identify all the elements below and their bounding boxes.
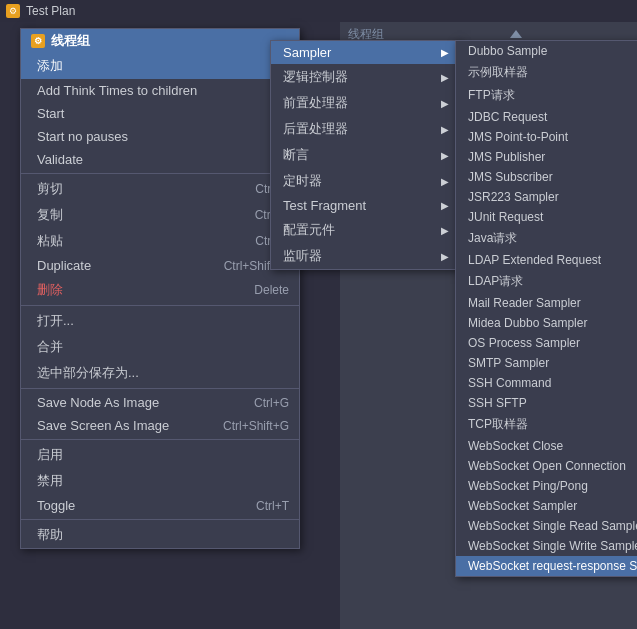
menu3-websocket-req-resp[interactable]: WebSocket request-response Sampler [456, 556, 637, 576]
menu-item-add[interactable]: 添加 ▶ [21, 53, 299, 79]
menu3-tcp-sampler[interactable]: TCP取样器 [456, 413, 637, 436]
menu-item-validate[interactable]: Validate [21, 148, 299, 171]
menu3-jms-subscriber[interactable]: JMS Subscriber [456, 167, 637, 187]
label: 禁用 [37, 472, 63, 490]
menu3-jms-p2p[interactable]: JMS Point-to-Point [456, 127, 637, 147]
context-menu-2: Sampler ▶ 逻辑控制器 ▶ 前置处理器 ▶ 后置处理器 ▶ 断言 ▶ 定… [270, 40, 460, 270]
menu3-dubbo-sample[interactable]: Dubbo Sample [456, 41, 637, 61]
label: Java请求 [468, 230, 517, 247]
menu3-example-sampler[interactable]: 示例取样器 [456, 61, 637, 84]
label: WebSocket Single Write Sampler [468, 539, 637, 553]
label: Dubbo Sample [468, 44, 547, 58]
context-menu-1: ⚙ 线程组 添加 ▶ Add Think Times to children S… [20, 28, 300, 549]
menu3-ftp-request[interactable]: FTP请求 [456, 84, 637, 107]
label: WebSocket Sampler [468, 499, 577, 513]
divider-3 [21, 388, 299, 389]
menu3-ssh-sftp[interactable]: SSH SFTP [456, 393, 637, 413]
menu-item-copy[interactable]: 复制 Ctrl+C [21, 202, 299, 228]
menu2-pre-processor[interactable]: 前置处理器 ▶ [271, 90, 459, 116]
menu-item-cut[interactable]: 剪切 Ctrl+X [21, 176, 299, 202]
label: LDAP Extended Request [468, 253, 601, 267]
menu-item-save-screen-image[interactable]: Save Screen As Image Ctrl+Shift+G [21, 414, 299, 437]
menu3-websocket-single-write[interactable]: WebSocket Single Write Sampler [456, 536, 637, 556]
label: 监听器 [283, 247, 322, 265]
menu-item-start-no-pauses[interactable]: Start no pauses [21, 125, 299, 148]
label: Start [37, 106, 64, 121]
label: WebSocket Single Read Sampler [468, 519, 637, 533]
divider-2 [21, 305, 299, 306]
menu-item-add-think[interactable]: Add Think Times to children [21, 79, 299, 102]
menu3-os-process[interactable]: OS Process Sampler [456, 333, 637, 353]
label: Midea Dubbo Sampler [468, 316, 587, 330]
menu3-smtp-sampler[interactable]: SMTP Sampler [456, 353, 637, 373]
menu-item-disable[interactable]: 禁用 [21, 468, 299, 494]
menu3-websocket-open[interactable]: WebSocket Open Connection [456, 456, 637, 476]
label: TCP取样器 [468, 416, 528, 433]
menu3-websocket-sampler[interactable]: WebSocket Sampler [456, 496, 637, 516]
arrow: ▶ [441, 47, 449, 58]
menu2-sampler[interactable]: Sampler ▶ [271, 41, 459, 64]
menu-item-help[interactable]: 帮助 [21, 522, 299, 548]
menu2-timer[interactable]: 定时器 ▶ [271, 168, 459, 194]
shortcut: Ctrl+Shift+G [223, 419, 289, 433]
label: Add Think Times to children [37, 83, 197, 98]
label: 删除 [37, 281, 63, 299]
menu3-jdbc-request[interactable]: JDBC Request [456, 107, 637, 127]
menu2-assertion[interactable]: 断言 ▶ [271, 142, 459, 168]
menu-item-save-node-image[interactable]: Save Node As Image Ctrl+G [21, 391, 299, 414]
label: JMS Subscriber [468, 170, 553, 184]
label: JMS Point-to-Point [468, 130, 568, 144]
label: 前置处理器 [283, 94, 348, 112]
menu3-ldap-extended[interactable]: LDAP Extended Request [456, 250, 637, 270]
divider-5 [21, 519, 299, 520]
menu3-midea-dubbo[interactable]: Midea Dubbo Sampler [456, 313, 637, 333]
context-menu-3: Dubbo Sample 示例取样器 FTP请求 JDBC Request JM… [455, 40, 637, 577]
menu-item-start[interactable]: Start [21, 102, 299, 125]
label: 启用 [37, 446, 63, 464]
label: 示例取样器 [468, 64, 528, 81]
menu-item-enable[interactable]: 启用 [21, 442, 299, 468]
menu3-mail-reader[interactable]: Mail Reader Sampler [456, 293, 637, 313]
menu3-junit-request[interactable]: JUnit Request [456, 207, 637, 227]
menu-item-add-label: 添加 [37, 57, 63, 75]
label: OS Process Sampler [468, 336, 580, 350]
menu2-listener[interactable]: 监听器 ▶ [271, 243, 459, 269]
menu3-ldap-request[interactable]: LDAP请求 [456, 270, 637, 293]
label: 逻辑控制器 [283, 68, 348, 86]
label: 定时器 [283, 172, 322, 190]
menu1-icon: ⚙ [31, 34, 45, 48]
shortcut: Delete [254, 283, 289, 297]
label: FTP请求 [468, 87, 515, 104]
menu2-test-fragment[interactable]: Test Fragment ▶ [271, 194, 459, 217]
menu-item-duplicate[interactable]: Duplicate Ctrl+Shift+C [21, 254, 299, 277]
label: 剪切 [37, 180, 63, 198]
menu1-title: 线程组 [51, 32, 90, 50]
label: JUnit Request [468, 210, 543, 224]
menu2-logic-controller[interactable]: 逻辑控制器 ▶ [271, 64, 459, 90]
menu3-websocket-single-read[interactable]: WebSocket Single Read Sampler [456, 516, 637, 536]
label: WebSocket Close [468, 439, 563, 453]
menu-item-toggle[interactable]: Toggle Ctrl+T [21, 494, 299, 517]
menu-item-paste[interactable]: 粘贴 Ctrl+V [21, 228, 299, 254]
shortcut: Ctrl+G [254, 396, 289, 410]
menu3-websocket-close[interactable]: WebSocket Close [456, 436, 637, 456]
label: Test Fragment [283, 198, 366, 213]
menu3-websocket-ping[interactable]: WebSocket Ping/Pong [456, 476, 637, 496]
arrow: ▶ [441, 225, 449, 236]
menu-item-save-selected[interactable]: 选中部分保存为... [21, 360, 299, 386]
menu3-ssh-command[interactable]: SSH Command [456, 373, 637, 393]
label: JDBC Request [468, 110, 547, 124]
menu-item-merge[interactable]: 合并 [21, 334, 299, 360]
menu-item-delete[interactable]: 删除 Delete [21, 277, 299, 303]
menu3-jms-publisher[interactable]: JMS Publisher [456, 147, 637, 167]
menu-item-open[interactable]: 打开... [21, 308, 299, 334]
menu3-java-request[interactable]: Java请求 [456, 227, 637, 250]
divider-4 [21, 439, 299, 440]
menu2-config-element[interactable]: 配置元件 ▶ [271, 217, 459, 243]
menu2-post-processor[interactable]: 后置处理器 ▶ [271, 116, 459, 142]
menu3-jsr223-sampler[interactable]: JSR223 Sampler [456, 187, 637, 207]
label: 打开... [37, 312, 74, 330]
label: Duplicate [37, 258, 91, 273]
label: 帮助 [37, 526, 63, 544]
label: 复制 [37, 206, 63, 224]
